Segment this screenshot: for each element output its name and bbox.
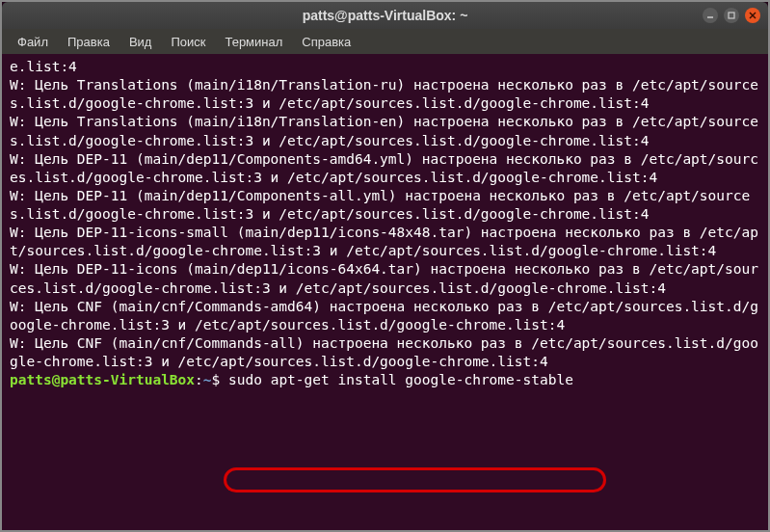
prompt-symbol: $ [212, 372, 221, 387]
menu-help[interactable]: Справка [294, 32, 358, 52]
svg-rect-1 [729, 13, 734, 18]
menubar: Файл Правка Вид Поиск Терминал Справка [2, 29, 768, 54]
command-input: sudo apt-get install google-chrome-stabl… [228, 372, 573, 387]
close-button[interactable] [745, 8, 760, 23]
terminal-window: patts@patts-VirtualBox: ~ Файл Правка Ви… [0, 0, 770, 532]
menu-search[interactable]: Поиск [163, 32, 213, 52]
terminal-output: e.list:4 W: Цель Translations (main/i18n… [10, 59, 758, 369]
minimize-button[interactable] [703, 8, 718, 23]
menu-file[interactable]: Файл [10, 32, 56, 52]
maximize-button[interactable] [724, 8, 739, 23]
prompt-path: ~ [203, 372, 212, 387]
menu-edit[interactable]: Правка [60, 32, 118, 52]
window-controls [703, 8, 760, 23]
prompt-colon: : [195, 372, 203, 387]
menu-terminal[interactable]: Терминал [217, 32, 290, 52]
menu-view[interactable]: Вид [121, 32, 160, 52]
titlebar: patts@patts-VirtualBox: ~ [2, 2, 768, 29]
terminal-bottom-pad [4, 517, 766, 528]
terminal-content[interactable]: e.list:4 W: Цель Translations (main/i18n… [2, 54, 768, 530]
prompt-line: patts@patts-VirtualBox:~$ sudo apt-get i… [10, 372, 573, 387]
prompt-user: patts@patts-VirtualBox [10, 372, 195, 387]
window-title: patts@patts-VirtualBox: ~ [2, 8, 768, 23]
